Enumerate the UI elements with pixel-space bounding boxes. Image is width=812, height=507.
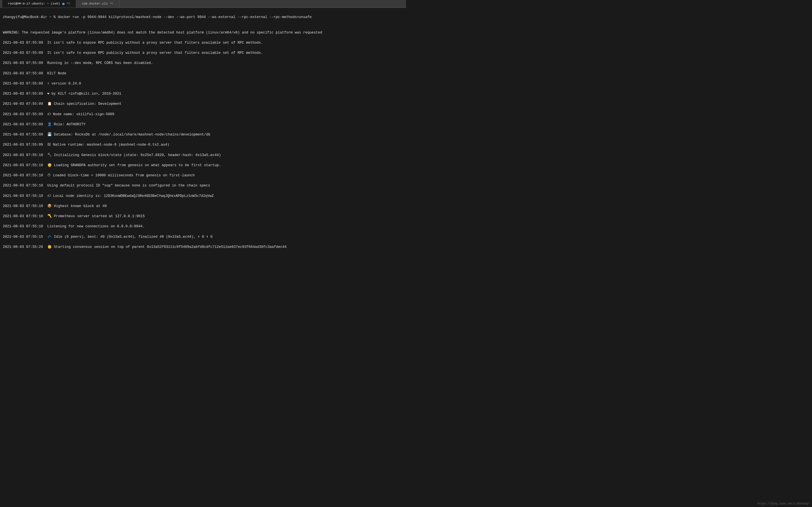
terminal-line: 2021-08-03 07:55:09 ❤️ by KILT <info@kil…	[3, 91, 403, 96]
tab-docker[interactable]: com.docker.cli ⌘2	[76, 0, 119, 8]
terminal-line: 2021-08-03 07:55:09 Running in --dev mod…	[3, 61, 403, 66]
terminal-line: 2021-08-03 07:55:10 🔨 Initializing Genes…	[3, 153, 403, 158]
tab-ssh-label: root@VM-0-17-ubuntu: ~ (ssh)	[8, 2, 60, 6]
terminal-line: 2021-08-03 07:55:10 Listening for new co…	[3, 224, 403, 229]
tab-docker-shortcut: ⌘2	[110, 2, 113, 6]
terminal-line: 2021-08-03 07:55:10 👴 Loading GRANDPA au…	[3, 163, 403, 168]
terminal-body: zhangyifu@MacBook-Air ~ % docker run -p …	[0, 8, 406, 253]
tab-docker-label: com.docker.cli	[82, 2, 108, 6]
terminal-line: WARNING: The requested image's platform …	[3, 30, 403, 35]
terminal-line: 2021-08-03 07:55:10 📦 Highest known bloc…	[3, 204, 403, 209]
terminal-line: zhangyifu@MacBook-Air ~ % docker run -p …	[3, 15, 403, 20]
terminal-line: 2021-08-03 07:55:10 ⏱ Loaded block-time …	[3, 173, 403, 178]
terminal-line: 2021-08-03 07:55:10 🏷 Local node identit…	[3, 193, 403, 199]
tab-dot	[62, 3, 64, 5]
terminal-line: 2021-08-03 07:55:09 It isn't safe to exp…	[3, 40, 403, 45]
terminal-line: 2021-08-03 07:55:09 💾 Database: RocksDb …	[3, 132, 403, 137]
terminal-line: 2021-08-03 07:55:09 👤 Role: AUTHORITY	[3, 122, 403, 127]
terminal-line: 2021-08-03 07:55:15 💤 Idle (0 peers), be…	[3, 234, 403, 239]
terminal-line: 2021-08-03 07:55:10 〽️ Prometheus server…	[3, 214, 403, 219]
terminal-line: 2021-08-03 07:55:09 It isn't safe to exp…	[3, 50, 403, 55]
terminal-line: 2021-08-03 07:55:09 📋 Chain specificatio…	[3, 101, 403, 107]
tab-ssh-shortcut: ⌘1	[67, 2, 70, 6]
terminal-line: 2021-08-03 07:55:20 👶 Starting consensus…	[3, 244, 403, 249]
terminal-line: 2021-08-03 07:55:09 KILT Node	[3, 71, 403, 76]
tab-ssh[interactable]: root@VM-0-17-ubuntu: ~ (ssh) ⌘1	[2, 0, 76, 8]
terminal-line: 2021-08-03 07:55:09 ⛓ Native runtime: ma…	[3, 142, 403, 147]
title-bar: root@VM-0-17-ubuntu: ~ (ssh) ⌘1 com.dock…	[0, 0, 406, 8]
terminal-line: 2021-08-03 07:55:09 🏷 Node name: skillfu…	[3, 112, 403, 117]
terminal-line: 2021-08-03 07:55:09 ✌️ version 0.24.0	[3, 81, 403, 86]
terminal-line: 2021-08-03 07:55:10 Using default protoc…	[3, 183, 403, 188]
